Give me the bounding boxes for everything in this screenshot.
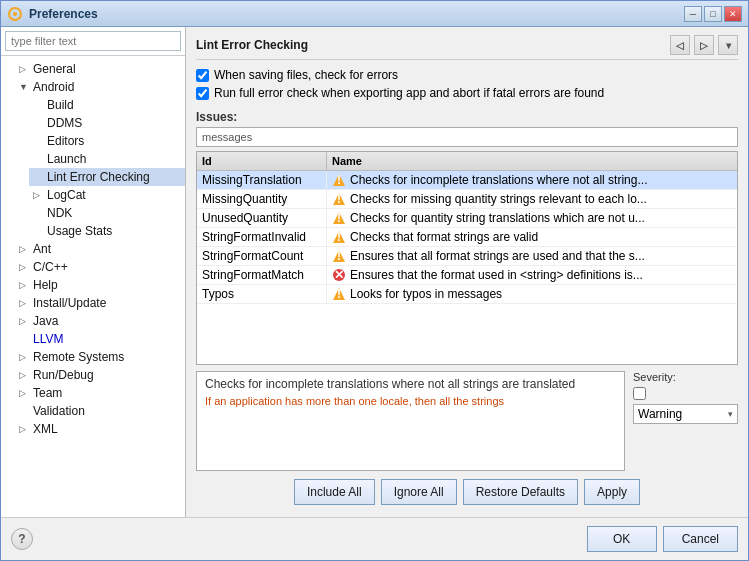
sidebar-item-team[interactable]: ▷ Team (15, 384, 185, 402)
arrow-rundebug: ▷ (19, 370, 31, 380)
table-body: MissingTranslation ! Checks for incomple… (197, 171, 737, 364)
label-remote: Remote Systems (33, 350, 124, 364)
sidebar-item-help[interactable]: ▷ Help (15, 276, 185, 294)
label-llvm: LLVM (33, 332, 63, 346)
svg-text:!: ! (337, 287, 341, 301)
sidebar-item-ant[interactable]: ▷ Ant (15, 240, 185, 258)
severity-checkbox[interactable] (633, 387, 646, 400)
svg-text:!: ! (337, 249, 341, 263)
sidebar-item-remote[interactable]: ▷ Remote Systems (15, 348, 185, 366)
table-header: Id Name (197, 152, 737, 171)
arrow-general: ▷ (19, 64, 31, 74)
apply-button[interactable]: Apply (584, 479, 640, 505)
sidebar-item-install[interactable]: ▷ Install/Update (15, 294, 185, 312)
label-ddms: DDMS (47, 116, 82, 130)
svg-text:!: ! (337, 173, 341, 187)
row-name: ! Ensures that all format strings are us… (327, 247, 737, 265)
table-row[interactable]: MissingTranslation ! Checks for incomple… (197, 171, 737, 190)
warning-icon: ! (332, 230, 346, 244)
svg-text:✕: ✕ (334, 268, 344, 282)
arrow-logcat: ▷ (33, 190, 45, 200)
window-controls: ─ □ ✕ (684, 6, 742, 22)
sidebar-item-java[interactable]: ▷ Java (15, 312, 185, 330)
title-bar: Preferences ─ □ ✕ (1, 1, 748, 27)
label-general: General (33, 62, 76, 76)
arrow-team: ▷ (19, 388, 31, 398)
check2-label: Run full error check when exporting app … (214, 86, 604, 100)
sidebar-item-cpp[interactable]: ▷ C/C++ (15, 258, 185, 276)
sidebar-item-validation[interactable]: Validation (15, 402, 185, 420)
title-bar-left: Preferences (7, 6, 98, 22)
arrow-cpp: ▷ (19, 262, 31, 272)
label-build: Build (47, 98, 74, 112)
close-button[interactable]: ✕ (724, 6, 742, 22)
forward-button[interactable]: ▷ (694, 35, 714, 55)
severity-select[interactable]: Warning ▾ (633, 404, 738, 424)
warning-icon: ! (332, 173, 346, 187)
row-name: ✕ Ensures that the format used in <strin… (327, 266, 737, 284)
ok-button[interactable]: OK (587, 526, 657, 552)
arrow-remote: ▷ (19, 352, 31, 362)
table-row[interactable]: UnusedQuantity ! Checks for quantity str… (197, 209, 737, 228)
ok-cancel-row: OK Cancel (587, 526, 738, 552)
check1-label: When saving files, check for errors (214, 68, 398, 82)
minimize-button[interactable]: ─ (684, 6, 702, 22)
sidebar-item-logcat[interactable]: ▷ LogCat (29, 186, 185, 204)
ignore-all-button[interactable]: Ignore All (381, 479, 457, 505)
sidebar-item-ndk[interactable]: NDK (29, 204, 185, 222)
row-name: ! Checks that format strings are valid (327, 228, 737, 246)
table-row[interactable]: StringFormatCount ! Ensures that all for… (197, 247, 737, 266)
back-button[interactable]: ◁ (670, 35, 690, 55)
sidebar-item-lint[interactable]: Lint Error Checking (29, 168, 185, 186)
label-ant: Ant (33, 242, 51, 256)
row-id: StringFormatMatch (197, 266, 327, 284)
svg-point-1 (13, 12, 17, 16)
label-android: Android (33, 80, 74, 94)
row-id: StringFormatInvalid (197, 228, 327, 246)
include-all-button[interactable]: Include All (294, 479, 375, 505)
issues-section-label: Issues: (196, 110, 738, 124)
sidebar-item-general[interactable]: ▷ General (15, 60, 185, 78)
svg-text:!: ! (337, 211, 341, 225)
preferences-icon (7, 6, 23, 22)
table-row[interactable]: Typos ! Looks for typos in messages (197, 285, 737, 304)
sidebar-item-launch[interactable]: Launch (29, 150, 185, 168)
preferences-window: Preferences ─ □ ✕ ▷ General ▼ An (0, 0, 749, 561)
label-java: Java (33, 314, 58, 328)
label-validation: Validation (33, 404, 85, 418)
maximize-button[interactable]: □ (704, 6, 722, 22)
cancel-button[interactable]: Cancel (663, 526, 738, 552)
filter-input[interactable] (5, 31, 181, 51)
arrow-android: ▼ (19, 82, 31, 92)
issues-input[interactable]: messages (196, 127, 738, 147)
help-button[interactable]: ? (11, 528, 33, 550)
check2-checkbox[interactable] (196, 87, 209, 100)
bottom-bar: ? OK Cancel (1, 517, 748, 560)
table-row[interactable]: StringFormatInvalid ! Checks that format… (197, 228, 737, 247)
window-title: Preferences (29, 7, 98, 21)
sidebar-item-xml[interactable]: ▷ XML (15, 420, 185, 438)
sidebar-item-usage[interactable]: Usage Stats (29, 222, 185, 240)
sidebar-item-editors[interactable]: Editors (29, 132, 185, 150)
severity-value: Warning (638, 407, 682, 421)
row-name: ! Checks for quantity string translation… (327, 209, 737, 227)
panel-toolbar: ◁ ▷ ▾ (670, 35, 738, 55)
label-lint: Lint Error Checking (47, 170, 150, 184)
sidebar-item-ddms[interactable]: DDMS (29, 114, 185, 132)
col-header-name: Name (327, 152, 737, 170)
sidebar-item-android[interactable]: ▼ Android (15, 78, 185, 96)
right-panel: Lint Error Checking ◁ ▷ ▾ When saving fi… (186, 27, 748, 517)
check1-checkbox[interactable] (196, 69, 209, 82)
table-row[interactable]: StringFormatMatch ✕ Ensures that the for… (197, 266, 737, 285)
dropdown-button[interactable]: ▾ (718, 35, 738, 55)
panel-title-text: Lint Error Checking (196, 38, 308, 52)
label-editors: Editors (47, 134, 84, 148)
sidebar-item-build[interactable]: Build (29, 96, 185, 114)
main-content: ▷ General ▼ Android Build DDMS (1, 27, 748, 517)
row-name: ! Checks for incomplete translations whe… (327, 171, 737, 189)
sidebar-item-rundebug[interactable]: ▷ Run/Debug (15, 366, 185, 384)
restore-defaults-button[interactable]: Restore Defaults (463, 479, 578, 505)
label-xml: XML (33, 422, 58, 436)
table-row[interactable]: MissingQuantity ! Checks for missing qua… (197, 190, 737, 209)
sidebar-item-llvm[interactable]: LLVM (15, 330, 185, 348)
